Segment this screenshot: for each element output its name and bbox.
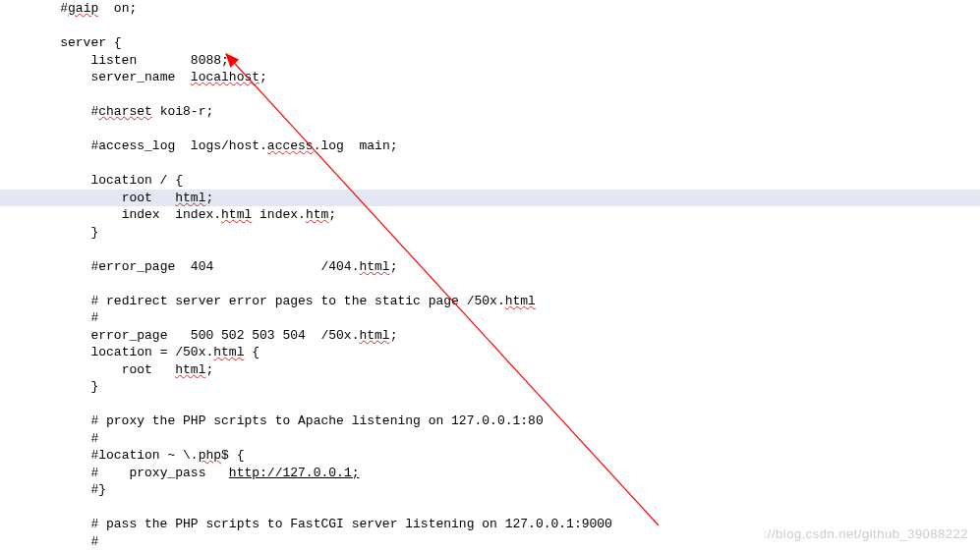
- code-text: ;: [259, 70, 267, 84]
- code-text: # proxy_pass: [90, 466, 228, 480]
- spellcheck-word: localhost: [191, 70, 259, 84]
- code-line[interactable]: #gaip on;: [0, 0, 980, 18]
- spellcheck-word: html: [213, 345, 244, 359]
- code-text: server_name: [90, 70, 190, 84]
- spellcheck-word: html: [505, 294, 536, 308]
- code-line[interactable]: #}: [0, 481, 980, 499]
- code-text: root: [122, 362, 176, 377]
- code-line[interactable]: [0, 241, 980, 258]
- spellcheck-word: gaip: [68, 1, 98, 16]
- code-line[interactable]: server_name localhost;: [0, 69, 980, 86]
- code-line[interactable]: [0, 121, 980, 138]
- code-text: # redirect server error pages to the sta…: [90, 294, 504, 308]
- code-text: #location ~ \.: [90, 448, 198, 463]
- code-line[interactable]: [0, 86, 980, 104]
- spellcheck-word: charset: [98, 104, 152, 119]
- code-line[interactable]: #access_log logs/host.access.log main;: [0, 138, 980, 155]
- spellcheck-word: htm: [306, 207, 328, 222]
- code-text: root: [122, 191, 176, 205]
- code-line[interactable]: [0, 275, 980, 293]
- code-text: ;: [328, 207, 336, 222]
- code-text: ;: [390, 328, 398, 343]
- code-line[interactable]: server {: [0, 34, 980, 52]
- code-text: koi8-r;: [152, 104, 213, 119]
- code-text: .log main;: [314, 138, 398, 153]
- code-text: ;: [390, 259, 398, 274]
- code-line[interactable]: location = /50x.html {: [0, 344, 980, 361]
- code-line[interactable]: [0, 155, 980, 173]
- code-text: #access_log logs/host.: [90, 138, 266, 153]
- code-text: on;: [98, 1, 137, 16]
- code-line[interactable]: }: [0, 378, 980, 396]
- spellcheck-word: html: [175, 191, 205, 205]
- code-text: #: [60, 1, 68, 16]
- code-line[interactable]: root html;: [0, 190, 980, 207]
- code-line[interactable]: # proxy_pass http://127.0.0.1;: [0, 465, 980, 482]
- code-line[interactable]: [0, 18, 980, 35]
- spellcheck-word: php: [199, 448, 221, 463]
- code-text: #error_page 404 /404.: [90, 259, 359, 274]
- code-editor[interactable]: #gaip on; server { listen 8088; server_n…: [0, 0, 980, 550]
- spellcheck-word: access: [267, 138, 314, 153]
- code-line[interactable]: #charset koi8-r;: [0, 103, 980, 121]
- spellcheck-word: html: [221, 207, 252, 222]
- spellcheck-word: html: [175, 362, 205, 377]
- code-text: error_page 500 502 503 504 /50x.: [90, 328, 359, 343]
- code-text: {: [244, 345, 259, 359]
- code-text: ;: [205, 191, 213, 205]
- code-text: location = /50x.: [90, 345, 213, 359]
- code-line[interactable]: [0, 396, 980, 413]
- code-text: index.: [252, 207, 306, 222]
- code-line[interactable]: # redirect server error pages to the sta…: [0, 293, 980, 310]
- code-line[interactable]: #: [0, 309, 980, 327]
- link-text: http://127.0.0.1;: [229, 466, 360, 480]
- code-text: $ {: [221, 448, 244, 463]
- code-line[interactable]: listen 8088;: [0, 52, 980, 70]
- spellcheck-word: html: [359, 328, 389, 343]
- code-line[interactable]: error_page 500 502 503 504 /50x.html;: [0, 327, 980, 345]
- code-line[interactable]: # proxy the PHP scripts to Apache listen…: [0, 413, 980, 430]
- code-line[interactable]: #location ~ \.php$ {: [0, 447, 980, 465]
- code-line[interactable]: location / {: [0, 172, 980, 190]
- code-text: index index.: [122, 207, 221, 222]
- code-line[interactable]: #: [0, 430, 980, 448]
- code-line[interactable]: index index.html index.htm;: [0, 206, 980, 224]
- code-line[interactable]: [0, 499, 980, 517]
- code-text: ;: [205, 362, 213, 377]
- code-line[interactable]: root html;: [0, 361, 980, 379]
- code-line[interactable]: #error_page 404 /404.html;: [0, 258, 980, 276]
- code-line[interactable]: }: [0, 224, 980, 242]
- spellcheck-word: html: [359, 259, 389, 274]
- watermark-text: ://blog.csdn.net/github_39088222: [764, 525, 968, 543]
